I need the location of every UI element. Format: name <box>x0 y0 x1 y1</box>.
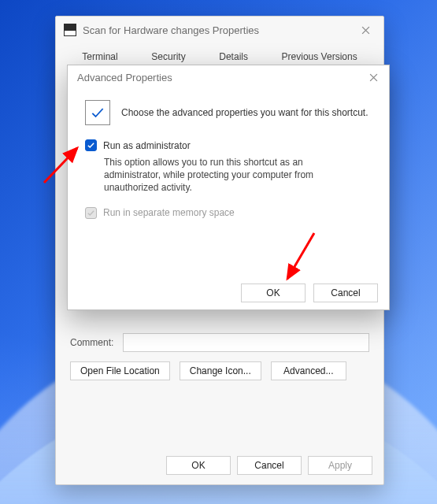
properties-apply-button[interactable]: Apply <box>308 456 372 475</box>
properties-titlebar: Scan for Hardware changes Properties <box>56 17 383 43</box>
comment-input[interactable] <box>123 333 369 352</box>
tab-terminal[interactable]: Terminal <box>79 48 120 65</box>
tab-previous-versions[interactable]: Previous Versions <box>279 48 361 65</box>
comment-label: Comment: <box>70 337 113 348</box>
advanced-footer: OK Cancel <box>68 276 389 309</box>
advanced-button[interactable]: Advanced... <box>271 361 346 380</box>
open-file-location-button[interactable]: Open File Location <box>70 361 170 380</box>
advanced-intro: Choose the advanced properties you want … <box>85 100 375 125</box>
checkmark-box-icon <box>85 100 110 125</box>
properties-ok-button[interactable]: OK <box>166 456 231 475</box>
close-icon <box>361 26 370 35</box>
run-separate-memory-option: Run in separate memory space <box>85 207 375 219</box>
advanced-titlebar: Advanced Properties <box>68 65 389 89</box>
run-as-admin-option: Run as administrator This option allows … <box>85 139 375 195</box>
run-as-admin-description: This option allows you to run this short… <box>104 156 340 195</box>
run-separate-memory-label: Run in separate memory space <box>103 207 235 218</box>
properties-title: Scan for Hardware changes Properties <box>83 24 259 36</box>
properties-cancel-button[interactable]: Cancel <box>237 456 302 475</box>
close-icon <box>369 73 378 82</box>
properties-footer: OK Cancel Apply <box>56 447 383 484</box>
tab-security[interactable]: Security <box>148 48 188 65</box>
advanced-ok-button[interactable]: OK <box>241 284 306 302</box>
advanced-close-button[interactable] <box>362 69 384 85</box>
advanced-cancel-button[interactable]: Cancel <box>313 284 378 302</box>
terminal-icon <box>64 24 76 36</box>
advanced-intro-text: Choose the advanced properties you want … <box>121 107 368 118</box>
change-icon-button[interactable]: Change Icon... <box>180 361 261 380</box>
shortcut-buttons-row: Open File Location Change Icon... Advanc… <box>70 361 369 380</box>
advanced-title: Advanced Properties <box>77 72 172 83</box>
run-separate-memory-checkbox <box>85 207 97 219</box>
advanced-properties-dialog: Advanced Properties Choose the advanced … <box>67 65 390 310</box>
properties-tabs: Terminal Security Details Previous Versi… <box>56 43 383 65</box>
run-as-admin-label: Run as administrator <box>103 140 191 151</box>
tab-details[interactable]: Details <box>216 48 251 65</box>
advanced-body: Choose the advanced properties you want … <box>68 89 389 235</box>
properties-close-button[interactable] <box>354 21 377 39</box>
comment-row: Comment: <box>70 333 369 352</box>
run-as-admin-checkbox[interactable] <box>85 139 97 151</box>
